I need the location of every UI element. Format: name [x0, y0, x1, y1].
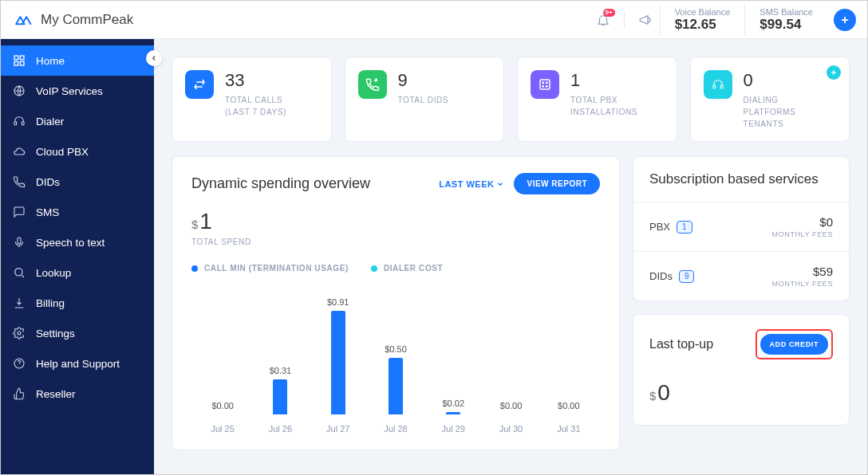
call-icon: [358, 70, 387, 99]
voice-balance-label: Voice Balance: [675, 7, 731, 17]
svg-rect-7: [18, 238, 21, 244]
phone-icon: [12, 175, 26, 189]
bar-value-label: $0.00: [558, 401, 580, 410]
bar-column: $0.00Jul 31: [542, 401, 595, 434]
svg-point-12: [542, 82, 544, 84]
chart-title: Dynamic spending overview: [191, 175, 439, 192]
sms-balance: SMS Balance $99.54: [744, 4, 827, 36]
sidebar-item-label: Speech to text: [36, 237, 105, 249]
header: My CommPeak 9+ Voice Balance $12.65 SMS …: [1, 1, 867, 39]
bar-column: $0.00Jul 25: [196, 401, 249, 434]
stat-value: 33: [225, 70, 286, 91]
swap-icon: [185, 70, 214, 99]
topup-amount: $0: [649, 380, 833, 406]
headset-icon: [704, 70, 732, 99]
bar-x-label: Jul 28: [384, 424, 407, 434]
sidebar-item-label: Lookup: [36, 267, 71, 279]
cloud-icon: [12, 144, 26, 159]
bar-x-label: Jul 26: [269, 424, 292, 434]
collapse-sidebar-button[interactable]: [146, 50, 162, 66]
main-content: 33TOTAL CALLS(LAST 7 DAYS)9TOTAL DIDS1TO…: [154, 39, 867, 475]
sidebar-item-billing[interactable]: Billing: [1, 288, 154, 318]
bar-value-label: $0.00: [500, 401, 523, 410]
bar-column: $0.91Jul 27: [312, 297, 365, 434]
stat-card[interactable]: 9TOTAL DIDS: [345, 57, 505, 142]
subscription-price: $59: [772, 265, 833, 278]
bar: [446, 412, 460, 414]
range-selector[interactable]: LAST WEEK: [439, 179, 504, 189]
sidebar-item-lookup[interactable]: Lookup: [1, 257, 154, 288]
sidebar-item-voip-services[interactable]: VoIP Services: [1, 76, 154, 106]
subscription-price-sub: MONTHLY FEES: [772, 280, 833, 288]
subscription-count-badge: 9: [679, 270, 695, 283]
stat-card[interactable]: 1TOTAL PBXINSTALLATIONS: [517, 57, 677, 142]
bar-x-label: Jul 30: [499, 424, 523, 434]
notification-count-badge: 9+: [603, 9, 615, 17]
headset-icon: [12, 114, 26, 128]
subscription-row[interactable]: PBX1$0MONTHLY FEES: [633, 202, 849, 251]
sidebar-item-dialer[interactable]: Dialer: [1, 106, 154, 136]
chart-area: $0.00Jul 25$0.31Jul 26$0.91Jul 27$0.50Ju…: [191, 290, 600, 434]
sidebar-item-home[interactable]: Home: [1, 45, 154, 76]
megaphone-button[interactable]: [631, 6, 660, 34]
sidebar-item-speech-to-text[interactable]: Speech to text: [1, 227, 154, 257]
sms-balance-label: SMS Balance: [760, 7, 813, 17]
sidebar-item-help-and-support[interactable]: Help and Support: [1, 348, 154, 379]
sidebar-item-label: Billing: [36, 297, 65, 309]
pbx-icon: [531, 70, 559, 99]
total-spend-value: $1: [191, 209, 600, 234]
add-tenant-button[interactable]: [827, 65, 841, 80]
legend-item: DIALER COST: [371, 264, 443, 273]
bar-value-label: $0.02: [443, 398, 465, 408]
subscription-row[interactable]: DIDs9$59MONTHLY FEES: [633, 251, 849, 300]
bar-value-label: $0.91: [327, 297, 349, 307]
bar-x-label: Jul 25: [211, 424, 234, 434]
stat-card[interactable]: 33TOTAL CALLS(LAST 7 DAYS): [172, 57, 332, 142]
add-balance-button[interactable]: [834, 9, 856, 31]
thumb-icon: [12, 387, 26, 401]
voice-balance: Voice Balance $12.65: [660, 4, 745, 36]
stat-card[interactable]: 0DIALINGPLATFORMSTENANTS: [690, 57, 850, 142]
svg-point-15: [546, 86, 548, 88]
stat-value: 1: [570, 70, 637, 91]
stat-label: TOTAL DIDS: [398, 94, 449, 106]
sidebar-item-label: Settings: [36, 328, 75, 340]
sidebar-item-label: Dialer: [36, 116, 64, 128]
sidebar-item-reseller[interactable]: Reseller: [1, 379, 154, 409]
stat-value: 0: [744, 70, 796, 91]
header-divider: [624, 11, 625, 29]
svg-rect-16: [713, 85, 716, 88]
sidebar-item-dids[interactable]: DIDs: [1, 167, 154, 197]
notifications-bell-button[interactable]: 9+: [589, 6, 617, 34]
bar-value-label: $0.00: [211, 401, 234, 410]
spending-overview-card: Dynamic spending overview LAST WEEK VIEW…: [172, 156, 620, 450]
stat-label: TOTAL CALLS(LAST 7 DAYS): [225, 94, 286, 118]
add-credit-button[interactable]: ADD CREDIT: [760, 334, 829, 355]
view-report-button[interactable]: VIEW REPORT: [514, 173, 600, 194]
app-title: My CommPeak: [41, 12, 133, 28]
topup-card: Last top-up ADD CREDIT $0: [633, 314, 850, 426]
svg-rect-17: [720, 85, 723, 88]
svg-rect-6: [22, 122, 24, 125]
subscription-card: Subscription based services PBX1$0MONTHL…: [633, 156, 850, 301]
chart-legend: CALL MIN (TERMINATION USAGE)DIALER COST: [191, 264, 600, 273]
bar-column: $0.02Jul 29: [427, 398, 479, 434]
sidebar-item-label: SMS: [36, 206, 59, 218]
gear-icon: [12, 326, 26, 340]
legend-item: CALL MIN (TERMINATION USAGE): [191, 264, 349, 273]
sidebar: HomeVoIP ServicesDialerCloud PBXDIDsSMSS…: [1, 39, 154, 475]
mic-icon: [12, 235, 26, 249]
bar-x-label: Jul 29: [442, 424, 465, 434]
search-icon: [12, 265, 26, 280]
subscription-title: Subscription based services: [633, 157, 849, 202]
bar-column: $0.00Jul 30: [484, 401, 537, 434]
globe-icon: [12, 84, 26, 98]
bar-value-label: $0.31: [270, 366, 292, 375]
svg-point-9: [18, 332, 21, 335]
add-credit-highlight: ADD CREDIT: [756, 329, 834, 359]
sidebar-item-sms[interactable]: SMS: [1, 197, 154, 227]
bar-value-label: $0.50: [385, 344, 407, 354]
sidebar-item-settings[interactable]: Settings: [1, 318, 154, 348]
sidebar-item-cloud-pbx[interactable]: Cloud PBX: [1, 136, 154, 167]
bar-x-label: Jul 27: [326, 424, 349, 434]
